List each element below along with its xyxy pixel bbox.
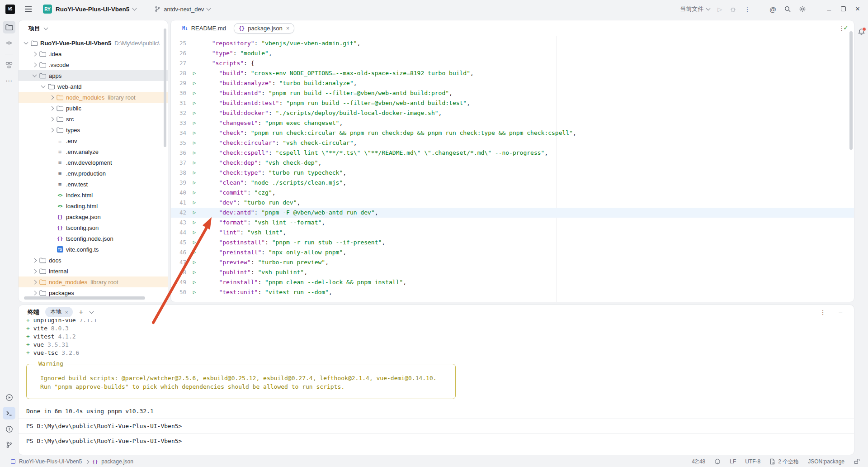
code-line-33[interactable]: 33▷ "changeset": "pnpm exec changeset", [171,118,854,128]
tree-item-web-antd[interactable]: web-antd [19,81,168,92]
tree-horizontal-scrollbar[interactable] [24,296,145,300]
commit-tool-icon[interactable] [3,37,15,49]
code-line-36[interactable]: 36▷ "check:cspell": "cspell lint \"**/*.… [171,148,854,158]
run-script-icon[interactable]: ▷ [186,68,203,78]
tree-item-node_modules[interactable]: node_moduleslibrary root [19,92,168,103]
settings-gear-icon[interactable] [799,5,806,13]
tree-item-src[interactable]: src [19,114,168,124]
more-actions-icon[interactable]: ⋮ [744,5,750,13]
code-line-47[interactable]: 47▷ "preview": "turbo-run preview", [171,257,854,267]
close-tab-icon[interactable]: × [286,25,290,32]
run-configuration-selector[interactable]: 当前文件 [680,5,710,13]
debug-button[interactable] [730,6,736,13]
branch-widget[interactable]: antdv-next_dev [154,6,210,13]
minimize-button[interactable]: – [825,5,833,13]
terminal-prompt[interactable]: PS D:\My\dev\public\RuoYi-Vue-Plus-UI-Vb… [19,422,854,430]
close-terminal-tab-icon[interactable]: × [65,310,68,315]
maximize-button[interactable] [841,6,846,13]
run-script-icon[interactable]: ▷ [186,267,203,277]
chevron-open-icon[interactable] [31,75,38,76]
tree-item-.vscode[interactable]: .vscode [19,59,168,70]
project-panel-header[interactable]: 项目 [19,20,168,37]
code-line-25[interactable]: 25 "repository": "vbenjs/vue-vben-admin.… [171,38,854,48]
main-menu-icon[interactable] [24,6,32,12]
code-area[interactable]: 25 "repository": "vbenjs/vue-vben-admin.… [171,36,854,302]
tree-item-.env.test[interactable]: ≡.env.test [19,179,168,190]
run-script-icon[interactable]: ▷ [186,248,203,257]
code-line-31[interactable]: 31▷ "build:antd:test": "pnpm run build -… [171,98,854,108]
code-line-44[interactable]: 44▷ "lint": "vsh lint", [171,228,854,238]
run-script-icon[interactable]: ▷ [186,198,203,208]
run-script-icon[interactable]: ▷ [186,228,203,238]
indent-style[interactable]: 2 个空格 [769,458,799,466]
line-separator[interactable]: LF [730,458,736,465]
editor-scrollbar[interactable] [849,31,853,150]
code-line-43[interactable]: 43▷ "format": "vsh lint --format", [171,218,854,228]
run-script-icon[interactable]: ▷ [186,158,203,168]
run-script-icon[interactable]: ▷ [186,108,203,118]
project-tool-icon[interactable] [3,21,15,33]
code-line-34[interactable]: 34▷ "check": "pnpm run check:circular &&… [171,128,854,138]
tree-item-.idea[interactable]: .idea [19,48,168,59]
terminal-prompt[interactable]: PS D:\My\dev\public\RuoYi-Vue-Plus-UI-Vb… [19,437,854,445]
run-script-icon[interactable]: ▷ [186,287,203,297]
breadcrumb-file[interactable]: package.json [101,458,133,465]
chevron-closed-icon[interactable] [48,129,56,132]
run-script-icon[interactable]: ▷ [186,98,203,108]
tree-item-RuoYi-Vue-Plus-UI-Vben5[interactable]: RuoYi-Vue-Plus-UI-Vben5D:\My\dev\public\ [19,38,168,48]
code-line-30[interactable]: 30▷ "build:antd": "pnpm run build --filt… [171,88,854,98]
run-script-icon[interactable]: ▷ [186,277,203,287]
services-tool-icon[interactable] [3,391,15,404]
tree-item-vite.config.ts[interactable]: TSvite.config.ts [19,244,168,255]
code-line-46[interactable]: 46▷ "preinstall": "npx only-allow pnpm", [171,248,854,257]
code-line-29[interactable]: 29▷ "build:analyze": "turbo build:analyz… [171,78,854,88]
tree-item-tsconfig.node.json[interactable]: {}tsconfig.node.json [19,233,168,244]
code-line-27[interactable]: 27 "scripts": { [171,58,854,68]
more-tools-icon[interactable]: ⋯ [3,75,15,87]
new-terminal-icon[interactable]: + [79,309,83,316]
code-line-40[interactable]: 40▷ "commit": "czg", [171,188,854,198]
run-script-icon[interactable]: ▷ [186,208,203,218]
terminal-tab-local[interactable]: 本地 × [45,307,73,317]
hide-terminal-icon[interactable]: – [839,309,842,316]
tab-readme[interactable]: M↓ README.md [177,23,231,33]
run-script-icon[interactable]: ▷ [186,168,203,178]
breadcrumb-project[interactable]: RuoYi-Vue-Plus-UI-Vben5 [19,458,82,465]
notifications-bell-icon[interactable] [858,28,865,37]
close-button[interactable]: × [854,5,862,14]
chevron-closed-icon[interactable] [48,118,56,121]
breadcrumb[interactable]: RuoYi-Vue-Plus-UI-Vben5 {} package.json [11,458,133,465]
tree-item-loading.html[interactable]: <>loading.html [19,200,168,211]
run-script-icon[interactable]: ▷ [186,118,203,128]
run-script-icon[interactable]: ▷ [186,88,203,98]
tree-item-node_modules[interactable]: node_moduleslibrary root [19,276,168,287]
chevron-closed-icon[interactable] [31,259,38,262]
terminal-dropdown-icon[interactable] [89,309,94,314]
run-script-icon[interactable]: ▷ [186,138,203,148]
file-type[interactable]: JSON:package [808,458,844,465]
tree-item-.env[interactable]: ≡.env [19,135,168,146]
code-line-35[interactable]: 35▷ "check:circular": "vsh check-circula… [171,138,854,148]
project-widget[interactable]: RY RuoYi-Vue-Plus-UI-Vben5 [43,5,136,14]
code-line-28[interactable]: 28▷ "build": "cross-env NODE_OPTIONS=--m… [171,68,854,78]
tree-item-.env.production[interactable]: ≡.env.production [19,168,168,179]
chevron-closed-icon[interactable] [31,63,38,67]
chevron-closed-icon[interactable] [48,96,56,99]
code-line-32[interactable]: 32▷ "build:docker": "./scripts/deploy/bu… [171,108,854,118]
chevron-open-icon[interactable] [22,42,30,44]
tree-item-index.html[interactable]: <>index.html [19,190,168,200]
tree-item-.env.development[interactable]: ≡.env.development [19,157,168,168]
run-script-icon[interactable]: ▷ [186,178,203,188]
structure-tool-icon[interactable] [3,59,15,71]
tree-item-.env.analyze[interactable]: ≡.env.analyze [19,146,168,157]
code-line-45[interactable]: 45▷ "postinstall": "pnpm -r run stub --i… [171,238,854,248]
caret-position[interactable]: 42:48 [692,458,705,465]
chevron-closed-icon[interactable] [31,52,38,56]
tree-item-internal[interactable]: internal [19,266,168,276]
code-line-49[interactable]: 49▷ "reinstall": "pnpm clean --del-lock … [171,277,854,287]
search-icon[interactable] [784,5,791,13]
problems-tool-icon[interactable] [3,423,15,435]
code-line-48[interactable]: 48▷ "publint": "vsh publint", [171,267,854,277]
run-script-icon[interactable]: ▷ [186,238,203,248]
tree-vertical-scrollbar[interactable] [164,29,166,147]
